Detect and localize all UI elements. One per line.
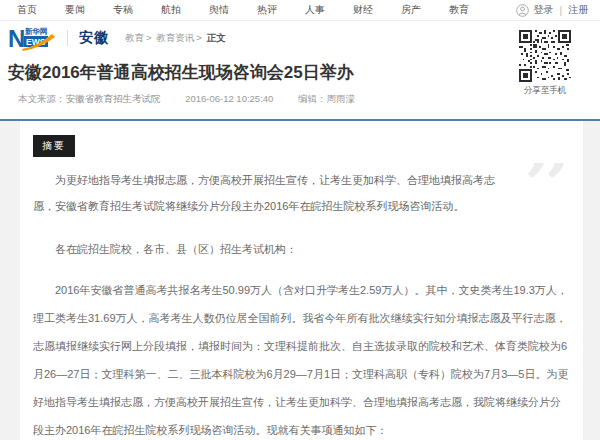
breadcrumb-separator: > xyxy=(196,32,202,43)
user-icon xyxy=(516,4,529,17)
meta-source: 本文来源：安徽省教育招生考试院 xyxy=(18,93,161,104)
article-title: 安徽2016年普通高校招生现场咨询会25日举办 xyxy=(0,55,600,84)
nav-item-opinion[interactable]: 舆情 xyxy=(209,3,229,17)
meta-editor-label: 编辑： xyxy=(298,93,327,104)
logo-divider xyxy=(67,30,68,46)
nav-item-aerial[interactable]: 航拍 xyxy=(161,3,181,17)
svg-text:N: N xyxy=(8,25,25,51)
nav-item-news[interactable]: 要闻 xyxy=(65,3,85,17)
meta-editor: 编辑：周雨濛 xyxy=(298,93,355,104)
meta-source-label: 本文来源： xyxy=(18,93,66,104)
article-body: 各在皖招生院校，各市、县（区）招生考试机构： 2016年安徽省普通高考共报名考生… xyxy=(33,235,570,440)
article-card: 摘要 为更好地指导考生填报志愿，方便高校开展招生宣传，让考生更加科学、合理地填报… xyxy=(20,121,583,440)
article-paragraph: 2016年安徽省普通高考共报名考生50.99万人（含对口升学考生2.59万人）。… xyxy=(33,276,570,440)
article-paragraph: 各在皖招生院校，各市、县（区）招生考试机构： xyxy=(33,235,570,263)
xinhuanet-logo[interactable]: N 新华网 EWS xyxy=(8,25,56,51)
content-area: 摘要 为更好地指导考生填报志愿，方便高校开展招生宣传，让考生更加科学、合理地填报… xyxy=(0,121,600,440)
abstract-tag: 摘要 xyxy=(33,135,75,157)
article-meta: 本文来源：安徽省教育招生考试院 2016-06-12 10:25:40 编辑：周… xyxy=(0,84,600,119)
login-separator: | xyxy=(559,5,562,16)
nav-item-finance[interactable]: 财经 xyxy=(353,3,373,17)
meta-source-value: 安徽省教育招生考试院 xyxy=(66,93,161,104)
svg-text:新华网: 新华网 xyxy=(24,27,48,36)
login-link[interactable]: 登录 xyxy=(533,3,553,17)
logo-row: N 新华网 EWS 安徽 教育> 教育资讯> 正文 xyxy=(0,21,600,55)
meta-editor-value: 周雨濛 xyxy=(327,93,356,104)
nav-account-area: 登录 | 注册 xyxy=(516,3,588,17)
nav-item-features[interactable]: 专稿 xyxy=(113,3,133,17)
share-qr-block: 分享至手机 xyxy=(518,30,572,97)
region-link-anhui[interactable]: 安徽 xyxy=(79,29,109,47)
breadcrumb-edu-news[interactable]: 教育资讯 xyxy=(156,32,194,43)
top-nav-bar: 首页 要闻 专稿 航拍 舆情 热评 人事 财经 房产 教育 登录 | 注册 xyxy=(0,0,600,21)
quote-icon: ” xyxy=(520,163,574,221)
breadcrumb-current: 正文 xyxy=(206,32,225,43)
meta-datetime: 2016-06-12 10:25:40 xyxy=(185,93,273,104)
qr-code-icon xyxy=(519,30,571,82)
nav-item-home[interactable]: 首页 xyxy=(17,3,37,17)
nav-item-education[interactable]: 教育 xyxy=(449,3,469,17)
register-link[interactable]: 注册 xyxy=(568,3,588,17)
nav-item-property[interactable]: 房产 xyxy=(401,3,421,17)
qr-share-label: 分享至手机 xyxy=(518,85,572,97)
breadcrumb: 教育> 教育资讯> 正文 xyxy=(125,32,225,45)
abstract-section: 为更好地指导考生填报志愿，方便高校开展招生宣传，让考生更加科学、合理地填报高考志… xyxy=(33,167,570,219)
nav-item-comment[interactable]: 热评 xyxy=(257,3,277,17)
breadcrumb-separator: > xyxy=(146,32,152,43)
nav-item-personnel[interactable]: 人事 xyxy=(305,3,325,17)
abstract-text: 为更好地指导考生填报志愿，方便高校开展招生宣传，让考生更加科学、合理地填报高考志… xyxy=(33,167,510,219)
page-header: 首页 要闻 专稿 航拍 舆情 热评 人事 财经 房产 教育 登录 | 注册 N xyxy=(0,0,600,119)
breadcrumb-education[interactable]: 教育 xyxy=(125,32,144,43)
